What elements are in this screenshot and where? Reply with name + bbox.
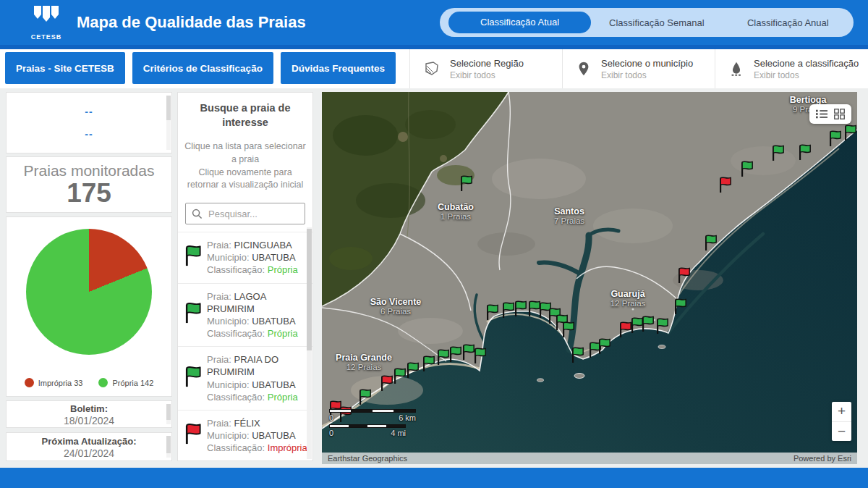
tab-classificacao-anual[interactable]: Classificação Anual bbox=[723, 17, 854, 28]
pie-chart[interactable] bbox=[26, 229, 152, 355]
map-flag-green[interactable] bbox=[421, 355, 435, 373]
empty-value: -- bbox=[85, 128, 93, 140]
classification-value: Própria bbox=[268, 328, 298, 339]
beach-list-item[interactable]: Praia: PICINGUABA Municipio: UBATUBA Cla… bbox=[178, 232, 312, 282]
map-flag-green[interactable] bbox=[459, 174, 473, 193]
beach-label: Praia: bbox=[207, 291, 231, 302]
praias-site-cetesb-button[interactable]: Praias - Site CETESB bbox=[5, 52, 125, 84]
cetesb-logo: CETESB bbox=[26, 4, 67, 41]
beach-list: Praia: PICINGUABA Municipio: UBATUBA Cla… bbox=[178, 232, 312, 460]
map-flag-green[interactable] bbox=[827, 130, 842, 148]
empty-values-card: -- -- bbox=[6, 92, 172, 153]
beach-list-item[interactable]: Praia: LAGOA PRUMIRIM Municipio: UBATUBA… bbox=[178, 283, 312, 347]
map-flag-green[interactable] bbox=[561, 321, 575, 339]
map-flag-red[interactable] bbox=[379, 374, 393, 392]
municipality-name: UBATUBA bbox=[252, 379, 295, 390]
scale-zero-km: 0 bbox=[329, 413, 333, 422]
map-flag-green[interactable] bbox=[797, 143, 812, 161]
toolbar-buttons: Praias - Site CETESB Critérios de Classi… bbox=[5, 52, 396, 84]
map-zoom-control: + − bbox=[832, 402, 851, 441]
map-flag-green[interactable] bbox=[770, 144, 785, 162]
scrollbar[interactable] bbox=[166, 404, 171, 424]
monitored-beaches-card: Praias monitoradas 175 bbox=[6, 156, 172, 213]
zoom-out-button[interactable]: − bbox=[832, 421, 851, 441]
region-selector-value: Exibir todos bbox=[450, 70, 524, 80]
classification-value: Própria bbox=[268, 392, 298, 403]
search-panel-title: Busque a praia de interesse bbox=[188, 101, 302, 130]
scrollbar[interactable] bbox=[307, 227, 312, 459]
monitored-beaches-value: 175 bbox=[7, 180, 171, 208]
map-flag-red[interactable] bbox=[676, 266, 691, 285]
classification-label: Classificação: bbox=[207, 442, 265, 453]
beach-label: Praia: bbox=[207, 418, 231, 429]
classification-selector-value: Exibir todos bbox=[754, 70, 859, 80]
map-region-label: São Vicente6 Praias bbox=[370, 297, 422, 316]
map-flag-green[interactable] bbox=[739, 160, 754, 178]
scrollbar[interactable] bbox=[166, 436, 171, 458]
map-flag-green[interactable] bbox=[843, 124, 857, 142]
map-canvas[interactable]: Cubatão1 PraiasSantos7 PraiasSão Vicente… bbox=[322, 92, 857, 464]
map-flag-green[interactable] bbox=[597, 337, 611, 356]
map-flag-green[interactable] bbox=[357, 388, 372, 406]
empty-value: -- bbox=[85, 106, 93, 117]
bulletin-card: Boletim: 18/01/2024 bbox=[6, 400, 172, 428]
drop-icon bbox=[728, 60, 744, 77]
map-flag-green[interactable] bbox=[485, 303, 499, 321]
map-region-label: Guarujá12 Praias bbox=[610, 289, 646, 308]
map-flag-green[interactable] bbox=[392, 367, 407, 385]
criterios-classificacao-button[interactable]: Critérios de Classificação bbox=[132, 52, 273, 84]
beach-search-box[interactable] bbox=[185, 203, 305, 224]
scrollbar[interactable] bbox=[166, 96, 171, 150]
search-icon bbox=[192, 209, 203, 219]
municipality-name: UBATUBA bbox=[252, 252, 295, 263]
classification-label: Classificação: bbox=[207, 264, 265, 275]
region-icon bbox=[423, 60, 441, 77]
scale-zero-mi: 0 bbox=[329, 429, 333, 437]
beach-flag-icon bbox=[183, 423, 202, 448]
map-attribution: Earthstar Geographics Powered by Esri bbox=[322, 453, 857, 464]
beach-list-item[interactable]: Praia: FÉLIX Municipio: UBATUBA Classifi… bbox=[178, 410, 312, 460]
map-flag-green[interactable] bbox=[640, 315, 655, 333]
municipality-selector-label: Selecione o município bbox=[601, 58, 693, 69]
cetesb-logo-icon bbox=[29, 4, 64, 30]
tab-classificacao-semanal[interactable]: Classificação Semanal bbox=[591, 17, 722, 28]
map-flag-green[interactable] bbox=[448, 345, 462, 363]
attribution-source: Earthstar Geographics bbox=[328, 454, 407, 463]
map-flag-green[interactable] bbox=[405, 361, 420, 379]
classification-selector[interactable]: Selecione a classificação Exibir todos bbox=[715, 49, 867, 88]
municipality-selector[interactable]: Selecione o município Exibir todos bbox=[562, 49, 715, 88]
map-region-label: Praia Grande12 Praias bbox=[336, 353, 392, 371]
municipality-label: Municipio: bbox=[207, 316, 250, 327]
beach-name: PICINGUABA bbox=[234, 240, 292, 251]
map-flag-green[interactable] bbox=[673, 298, 687, 316]
bottom-bar bbox=[0, 468, 868, 488]
map-flag-green[interactable] bbox=[472, 347, 487, 365]
app-header: CETESB Mapa de Qualidade das Praias Clas… bbox=[0, 0, 868, 45]
pie-legend: Imprópria 33Própria 142 bbox=[7, 378, 171, 387]
zoom-in-button[interactable]: + bbox=[832, 402, 851, 421]
bulletin-label: Boletim: bbox=[7, 403, 171, 414]
next-update-card: Próxima Atualização: 24/01/2024 bbox=[6, 432, 172, 461]
map-controls bbox=[809, 104, 851, 124]
legend-list-icon[interactable] bbox=[816, 109, 827, 119]
map-flag-green[interactable] bbox=[513, 300, 527, 318]
duvidas-frequentes-button[interactable]: Dúvidas Frequentes bbox=[281, 52, 396, 84]
tab-classificacao-atual[interactable]: Classificação Atual bbox=[448, 12, 591, 33]
map-flag-green[interactable] bbox=[655, 317, 669, 335]
logo-text: CETESB bbox=[26, 33, 67, 41]
map-flag-green[interactable] bbox=[703, 234, 718, 252]
beach-list-item[interactable]: Praia: PRAIA DO PRUMIRIM Municipio: UBAT… bbox=[178, 346, 312, 410]
search-input[interactable] bbox=[208, 209, 295, 219]
map-flag-red[interactable] bbox=[718, 176, 732, 194]
region-selector[interactable]: Selecione Região Exibir todos bbox=[409, 49, 562, 88]
classification-value: Própria bbox=[268, 264, 298, 275]
pin-icon bbox=[576, 60, 592, 77]
legend-item: Própria 142 bbox=[98, 378, 153, 387]
map-region-label: Santos7 Praias bbox=[554, 206, 584, 225]
municipality-label: Municipio: bbox=[207, 430, 250, 441]
basemap-grid-icon[interactable] bbox=[834, 109, 845, 119]
map-region-label: Cubatão1 Praias bbox=[438, 202, 474, 221]
map-flag-green[interactable] bbox=[570, 346, 584, 364]
beach-name: FÉLIX bbox=[234, 418, 260, 429]
page-title: Mapa de Qualidade das Praias bbox=[77, 0, 306, 45]
